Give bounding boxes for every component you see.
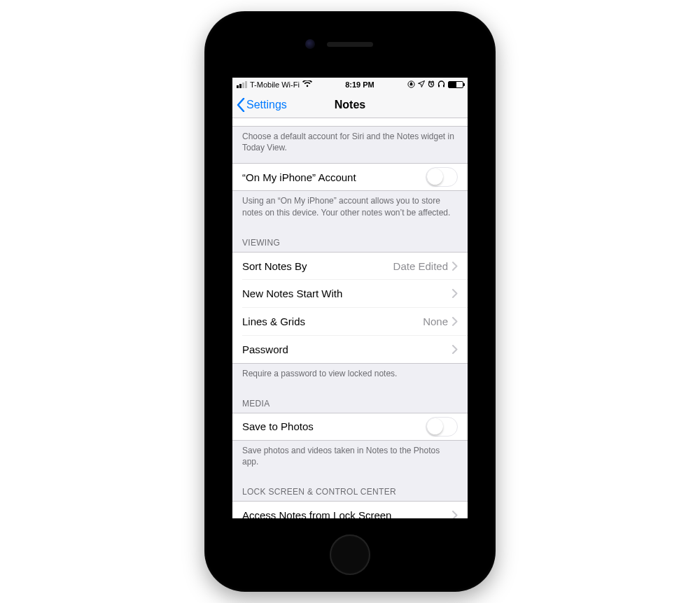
- alarm-icon: [428, 80, 435, 89]
- new-notes-start-row[interactable]: New Notes Start With: [232, 280, 468, 308]
- media-header: Media: [232, 389, 468, 413]
- chevron-right-icon: [452, 317, 458, 326]
- on-my-iphone-row[interactable]: “On My iPhone” Account: [232, 163, 468, 191]
- lines-grids-row[interactable]: Lines & Grids None: [232, 308, 468, 336]
- status-bar: T-Mobile Wi-Fi 8:19 PM: [232, 78, 468, 92]
- wifi-icon: [302, 80, 312, 89]
- cellular-signal-icon: [237, 81, 247, 88]
- orientation-lock-icon: [407, 80, 415, 90]
- media-footer: Save photos and videos taken in Notes to…: [232, 441, 468, 477]
- svg-rect-2: [438, 85, 440, 87]
- chevron-right-icon: [452, 262, 458, 271]
- save-to-photos-row[interactable]: Save to Photos: [232, 413, 468, 441]
- password-row[interactable]: Password: [232, 336, 468, 364]
- row-label: Password: [242, 343, 288, 355]
- row-label: “On My iPhone” Account: [242, 171, 356, 183]
- headphones-icon: [438, 80, 445, 89]
- battery-icon: [448, 81, 463, 88]
- default-account-footer: Choose a default account for Siri and th…: [232, 127, 468, 163]
- iphone-frame: T-Mobile Wi-Fi 8:19 PM: [204, 11, 496, 592]
- page-title: Notes: [232, 99, 468, 111]
- carrier-label: T-Mobile Wi-Fi: [250, 80, 300, 89]
- on-my-iphone-footer: Using an “On My iPhone” account allows y…: [232, 191, 468, 227]
- row-label: Sort Notes By: [242, 260, 307, 272]
- default-account-row[interactable]: Default Account iCloud: [232, 118, 468, 127]
- lockscreen-header: Lock Screen & Control Center: [232, 477, 468, 501]
- row-value: None: [423, 315, 448, 327]
- on-my-iphone-toggle[interactable]: [426, 167, 458, 187]
- row-value: Date Edited: [393, 260, 448, 272]
- clock-label: 8:19 PM: [345, 80, 374, 89]
- viewing-footer: Require a password to view locked notes.: [232, 364, 468, 389]
- save-to-photos-toggle[interactable]: [426, 417, 458, 437]
- access-lockscreen-row[interactable]: Access Notes from Lock Screen: [232, 501, 468, 518]
- row-label: Lines & Grids: [242, 315, 305, 327]
- row-label: Access Notes from Lock Screen: [242, 509, 391, 518]
- settings-list[interactable]: Default Account iCloud Choose a default …: [232, 118, 468, 518]
- location-icon: [418, 80, 425, 89]
- screen: T-Mobile Wi-Fi 8:19 PM: [232, 78, 468, 518]
- sort-notes-row[interactable]: Sort Notes By Date Edited: [232, 252, 468, 280]
- chevron-right-icon: [452, 345, 458, 354]
- home-button[interactable]: [330, 534, 370, 575]
- chevron-right-icon: [452, 511, 458, 518]
- viewing-header: Viewing: [232, 228, 468, 252]
- chevron-right-icon: [452, 289, 458, 298]
- svg-rect-3: [443, 85, 444, 87]
- row-label: New Notes Start With: [242, 288, 342, 299]
- row-label: Save to Photos: [242, 420, 314, 432]
- navigation-bar: Settings Notes: [232, 92, 468, 118]
